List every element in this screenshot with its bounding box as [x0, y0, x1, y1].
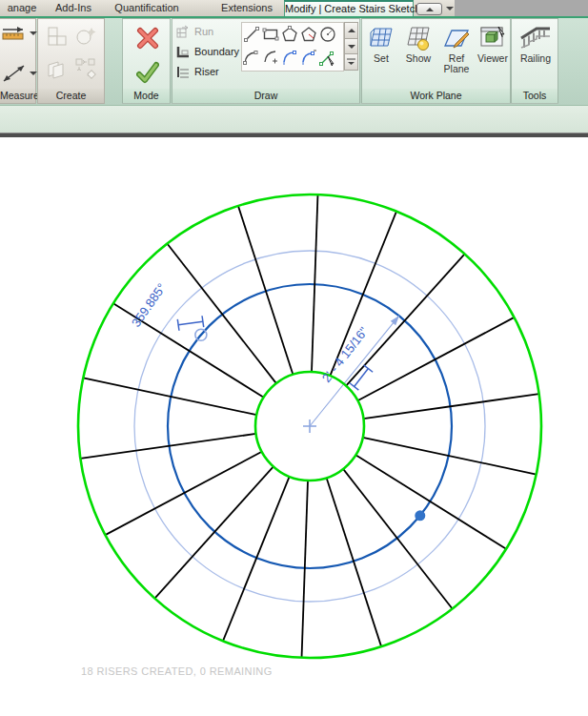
show-work-plane-button[interactable]: Show: [401, 25, 436, 64]
finish-sketch-button[interactable]: [136, 61, 159, 84]
scroll-down-icon: [348, 45, 355, 49]
cancel-sketch-button[interactable]: [136, 27, 159, 50]
riser-line[interactable]: [357, 317, 514, 400]
create-parts-button[interactable]: [74, 57, 97, 80]
draw-tool-circle[interactable]: [318, 24, 337, 45]
panel-label-create[interactable]: Create: [38, 89, 104, 103]
ref-plane-label: Ref Plane: [438, 53, 475, 74]
railing-button[interactable]: Railing: [515, 25, 557, 64]
railing-label: Railing: [520, 53, 551, 64]
panel-measure: Measure: [0, 18, 36, 104]
panel-tools: Railing Tools: [511, 18, 558, 104]
dimension-dropdown-icon[interactable]: [30, 31, 37, 35]
riser-line[interactable]: [154, 466, 273, 598]
run-button[interactable]: Run: [176, 24, 213, 39]
array-arrows-icon: [74, 57, 97, 80]
ribbon-collapse-caret-icon[interactable]: [446, 7, 454, 10]
ref-plane-button[interactable]: Ref Plane: [438, 25, 475, 74]
set-label: Set: [374, 53, 389, 64]
expand-icon: [347, 58, 355, 66]
riser-line[interactable]: [223, 477, 290, 641]
riser-line[interactable]: [355, 455, 506, 549]
options-bar: [0, 105, 588, 133]
cancel-x-icon: [136, 27, 159, 50]
railing-icon: [519, 25, 552, 51]
fillet-arc-icon: [300, 49, 317, 66]
arc-center-icon: [262, 49, 279, 66]
panel-label-draw: Draw: [172, 89, 359, 103]
dimension-drag-handle[interactable]: [177, 316, 203, 331]
tab-modify-create-stairs-sketch[interactable]: Modify | Create Stairs Sketch: [284, 0, 414, 16]
scroll-up-icon: [348, 29, 355, 32]
draw-tool-line[interactable]: [242, 24, 261, 45]
ribbon: Measure: [0, 18, 588, 105]
boundary-icon: [176, 45, 191, 58]
draw-tool-inscribed-polygon[interactable]: [280, 24, 299, 45]
riser-line[interactable]: [105, 452, 261, 535]
create-similar-button[interactable]: [74, 25, 97, 48]
draw-tool-center-ends-arc[interactable]: [261, 47, 280, 68]
show-label: Show: [406, 53, 431, 64]
draw-tool-rectangle[interactable]: [261, 24, 280, 45]
measure-icon: [2, 63, 27, 84]
riser-line[interactable]: [327, 478, 381, 646]
ribbon-tab-bar: anage Add-Ins Quantification Extensions …: [0, 0, 588, 16]
scroll-up-button[interactable]: [344, 22, 358, 39]
risers-status-text: 18 RISERS CREATED, 0 REMAINING: [81, 665, 273, 677]
draw-tool-circumscribed-polygon[interactable]: [299, 24, 318, 45]
set-work-plane-button[interactable]: Set: [364, 25, 398, 64]
draw-tool-tangent-arc[interactable]: [280, 47, 299, 68]
riser-line[interactable]: [83, 378, 256, 415]
line-icon: [243, 26, 260, 43]
aligned-dimension-button[interactable]: [2, 25, 37, 42]
riser-line[interactable]: [238, 206, 293, 375]
panel-label-work-plane: Work Plane: [362, 89, 510, 103]
arc-icon: [243, 49, 260, 66]
pick-lines-cursor-icon: [319, 49, 336, 66]
riser-line[interactable]: [363, 438, 537, 475]
window-frame-fill: [455, 0, 588, 16]
polygon-circumscribed-icon: [300, 26, 317, 43]
ribbon-collapse-button[interactable]: [416, 3, 442, 15]
window-divider: [0, 133, 588, 137]
finish-check-icon: [136, 61, 159, 84]
draw-tool-pick-lines[interactable]: [318, 47, 337, 68]
viewer-button[interactable]: Viewer: [476, 25, 510, 64]
draw-tool-grid: [241, 22, 344, 72]
show-grid-icon: [405, 25, 432, 51]
panel-label-mode: Mode: [123, 89, 170, 103]
measure-dropdown-icon[interactable]: [30, 72, 37, 75]
scroll-down-button[interactable]: [344, 38, 358, 55]
draw-tool-start-end-radius-arc[interactable]: [242, 47, 261, 68]
circle-icon: [319, 26, 336, 43]
viewer-label: Viewer: [477, 53, 508, 64]
tab-add-ins[interactable]: Add-Ins: [50, 0, 97, 16]
riser-button[interactable]: Riser: [176, 64, 219, 79]
tangent-arc-icon: [281, 49, 298, 66]
boundary-label: Boundary: [194, 46, 239, 57]
create-group-button[interactable]: [46, 25, 69, 48]
boundary-button[interactable]: Boundary: [176, 44, 239, 59]
run-icon: [176, 25, 191, 38]
create-assembly-button[interactable]: [46, 57, 69, 80]
panel-mode: Mode: [122, 18, 171, 104]
polygon-icon: [281, 26, 298, 43]
rectangle-icon: [262, 26, 279, 43]
grid-expand-button[interactable]: [344, 53, 358, 71]
tab-manage[interactable]: anage: [0, 0, 44, 16]
draw-grid-scrollbar: [344, 22, 358, 70]
tab-extensions[interactable]: Extensions: [212, 0, 282, 16]
measure-button[interactable]: [2, 63, 37, 84]
panel-label-measure[interactable]: Measure: [0, 89, 35, 103]
tab-quantification[interactable]: Quantification: [103, 0, 191, 16]
panel-draw: Run Boundary Riser: [172, 18, 360, 104]
boxes-icon: [46, 25, 69, 48]
panel-create: Create: [37, 18, 105, 104]
draw-tool-fillet-arc[interactable]: [299, 47, 318, 68]
end-control-handle[interactable]: [415, 510, 425, 521]
panels-icon: [46, 57, 69, 80]
riser-icon: [176, 65, 191, 78]
ref-plane-icon: [443, 25, 470, 51]
collapse-arrow-icon: [426, 8, 434, 11]
set-grid-icon: [368, 25, 395, 51]
